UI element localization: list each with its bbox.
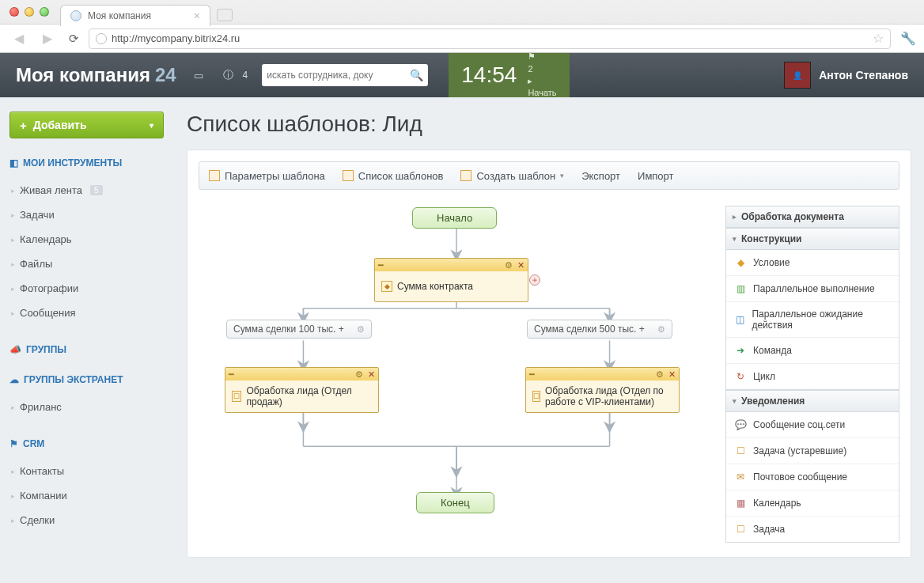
browser-chrome: Моя компания × ◀ ▶ ⟳ http://mycompany.bi… (0, 0, 924, 53)
wait-icon: ◫ (734, 313, 745, 326)
sidebar-item-companies[interactable]: ▸Компании (9, 483, 165, 508)
minimize-icon[interactable]: ━ (229, 369, 234, 380)
info-count: 4 (243, 70, 248, 81)
close-icon[interactable]: ✕ (517, 260, 524, 271)
main-card: Параметры шаблона Список шаблонов Создат… (187, 150, 911, 558)
sheet-icon (209, 170, 220, 181)
avatar: 👤 (784, 62, 811, 89)
bookmark-icon: ◧ (9, 157, 18, 168)
toolbar-create-template[interactable]: Создать шаблон▾ (460, 170, 564, 182)
app-header: Моя компания 24 ▭ ⓘ 4 🔍 14:54 ⚑ 2 ▸ Нача… (0, 53, 924, 97)
node-decision[interactable]: ━ ⚙ ✕ ◆ Сумма контракта ＋ (374, 258, 528, 302)
gear-icon[interactable]: ⚙ (505, 260, 513, 271)
mail-icon: ✉ (734, 471, 747, 483)
sidebar-section-extranet[interactable]: ☁ ГРУППЫ ЭКСТРАНЕТ (9, 374, 165, 385)
sidebar-item-feed[interactable]: ▸Живая лента5 (9, 178, 165, 203)
settings-icon[interactable]: 🔧 (900, 31, 916, 46)
plus-icon: + (20, 119, 27, 132)
logo[interactable]: Моя компания 24 (16, 64, 176, 86)
palette-group-notify[interactable]: ▾Уведомления (725, 390, 899, 412)
palette-group-doc[interactable]: ▸Обработка документа (725, 206, 899, 228)
palette-item-parallel[interactable]: ▥Параллельное выполнение (726, 276, 899, 302)
browser-tab[interactable]: Моя компания × (60, 5, 210, 26)
chevron-down-icon: ▾ (733, 235, 737, 243)
sidebar-item-deals[interactable]: ▸Сделки (9, 508, 165, 532)
gear-icon[interactable]: ⚙ (656, 369, 664, 380)
node-start[interactable]: Начало (412, 207, 497, 229)
node-end[interactable]: Конец (416, 492, 494, 513)
palette-item-social[interactable]: 💬Сообщение соц.сети (726, 412, 899, 438)
clipboard-icon: ☐ (734, 445, 747, 457)
bookmark-icon[interactable]: ☆ (873, 31, 884, 46)
sidebar-section-crm[interactable]: ⚑ CRM (9, 438, 165, 449)
toolbar-export[interactable]: Экспорт (581, 170, 620, 182)
user-menu[interactable]: 👤 Антон Степанов (784, 62, 908, 89)
condition-icon: ◆ (381, 281, 392, 292)
back-button[interactable]: ◀ (8, 29, 30, 48)
toolbar-import[interactable]: Импорт (638, 170, 673, 182)
minimize-icon[interactable]: ━ (378, 260, 384, 271)
node-task-right[interactable]: ━ ⚙ ✕ ☐ Обработка лида (Отдел по работе … (525, 367, 680, 413)
address-bar[interactable]: http://mycompany.bitrix24.ru ☆ (89, 28, 891, 49)
forward-button[interactable]: ▶ (36, 29, 59, 48)
arrow-right-icon: ➜ (734, 344, 747, 357)
palette-item-command[interactable]: ➜Команда (726, 338, 899, 364)
add-branch-button[interactable]: ＋ (529, 274, 540, 286)
globe-icon (70, 10, 81, 21)
close-window[interactable] (9, 7, 19, 17)
clipboard-icon: ☐ (734, 523, 747, 536)
info-icon[interactable]: ⓘ (221, 69, 237, 81)
header-search[interactable]: 🔍 (262, 64, 428, 86)
time-tracker[interactable]: 14:54 ⚑ 2 ▸ Начать (449, 53, 569, 97)
palette-item-task[interactable]: ☐Задача (726, 517, 899, 542)
search-input[interactable] (267, 70, 410, 81)
tab-title: Моя компания (88, 10, 151, 21)
palette-item-condition[interactable]: ◆Условие (726, 250, 899, 276)
gear-icon[interactable]: ⚙ (357, 324, 365, 335)
minimize-window[interactable] (25, 7, 34, 17)
toolbar-template-params[interactable]: Параметры шаблона (209, 170, 325, 182)
sidebar: + Добавить ▾ ◧ МОИ ИНСТРУМЕНТЫ ▸Живая ле… (0, 97, 174, 570)
workflow-canvas[interactable]: Начало ━ ⚙ ✕ ◆ Сумма контрак (199, 206, 714, 543)
messages-icon[interactable]: ▭ (191, 69, 206, 81)
reload-button[interactable]: ⟳ (65, 30, 82, 47)
close-icon[interactable]: ✕ (368, 369, 375, 380)
gear-icon[interactable]: ⚙ (657, 324, 665, 335)
chat-icon: 💬 (734, 418, 747, 431)
sidebar-item-calendar[interactable]: ▸Календарь (9, 227, 165, 252)
sidebar-item-freelance[interactable]: ▸Фриланс (9, 395, 165, 419)
clock-meta: ⚑ 2 ▸ Начать (528, 51, 556, 100)
toolbar-template-list[interactable]: Список шаблонов (343, 170, 444, 182)
sidebar-section-tools[interactable]: ◧ МОИ ИНСТРУМЕНТЫ (9, 157, 165, 168)
chevron-down-icon: ▾ (150, 121, 153, 130)
palette-group-constructs[interactable]: ▾Конструкции (725, 228, 899, 250)
chevron-right-icon: ▸ (733, 213, 737, 221)
add-button[interactable]: + Добавить ▾ (9, 112, 164, 138)
condition-right[interactable]: Сумма сделки 500 тыс. + ⚙ (527, 320, 672, 339)
loop-icon: ↻ (734, 370, 747, 383)
sidebar-item-contacts[interactable]: ▸Контакты (9, 459, 165, 483)
palette-item-loop[interactable]: ↻Цикл (726, 364, 899, 389)
close-icon[interactable]: ✕ (668, 369, 676, 380)
sidebar-item-tasks[interactable]: ▸Задачи (9, 203, 165, 227)
sidebar-item-files[interactable]: ▸Файлы (9, 252, 165, 276)
minimize-icon[interactable]: ━ (529, 369, 535, 380)
maximize-window[interactable] (40, 7, 49, 17)
sidebar-item-photos[interactable]: ▸Фотографии (9, 276, 165, 301)
gear-icon[interactable]: ⚙ (355, 369, 363, 380)
node-task-left[interactable]: ━ ⚙ ✕ ☐ Обработка лида (Отдел продаж) (225, 367, 379, 413)
sidebar-section-groups[interactable]: 📣 ГРУППЫ (9, 344, 165, 355)
palette-item-mail[interactable]: ✉Почтовое сообщение (726, 464, 899, 490)
parallel-icon: ▥ (734, 282, 747, 295)
palette-item-task-old[interactable]: ☐Задача (устаревшие) (726, 438, 899, 464)
condition-left[interactable]: Сумма сделки 100 тыс. + ⚙ (226, 320, 372, 339)
search-icon[interactable]: 🔍 (410, 69, 423, 81)
close-tab-icon[interactable]: × (194, 9, 200, 22)
chevron-down-icon: ▾ (733, 397, 737, 405)
new-tab-button[interactable] (217, 9, 233, 21)
new-icon (460, 170, 471, 181)
sidebar-item-messages[interactable]: ▸Сообщения (9, 301, 165, 325)
palette-item-wait[interactable]: ◫Параллельное ожидание действия (726, 302, 899, 338)
palette-item-calendar[interactable]: ▦Календарь (726, 490, 899, 517)
user-name: Антон Степанов (819, 69, 908, 81)
